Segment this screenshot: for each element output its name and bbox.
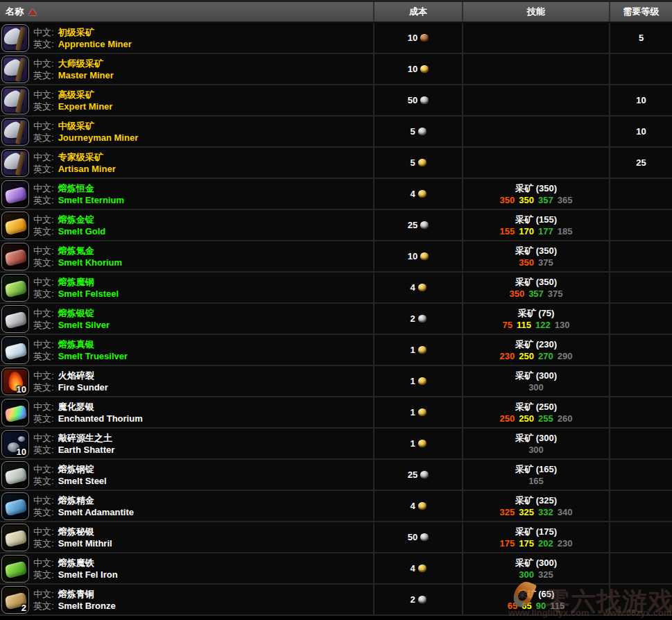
spell-name-en[interactable]: Smelt Silver (58, 320, 110, 330)
column-header-cost[interactable]: 成本 (374, 2, 463, 21)
spell-name-cn[interactable]: 熔炼魔钢 (58, 277, 94, 287)
spell-name-en[interactable]: Enchanted Thorium (58, 413, 143, 424)
skill-link[interactable]: 采矿 (155) (515, 214, 557, 225)
name-cell: 中文:熔炼恒金英文:Smelt Eternium (0, 179, 374, 209)
truesilver-bar-icon[interactable] (1, 336, 29, 364)
skill-cell: 采矿 (175)175175202230 (463, 522, 610, 552)
spell-name-cn[interactable]: 中级采矿 (58, 121, 94, 131)
mithril-bar-icon[interactable] (1, 524, 29, 551)
skill-value: 325 (500, 507, 515, 517)
mining-pick-icon[interactable] (1, 118, 29, 146)
spell-name-cn[interactable]: 魔化瑟银 (58, 402, 94, 412)
skill-link[interactable]: 采矿 (350) (515, 276, 557, 288)
spell-name-en[interactable]: Apprentice Miner (58, 39, 132, 49)
skill-link[interactable]: 采矿 (165) (515, 463, 557, 475)
spell-name-cn[interactable]: 熔炼魔铁 (58, 558, 94, 568)
spell-name-en[interactable]: Smelt Khorium (58, 257, 122, 268)
spell-name-cn[interactable]: 熔炼精金 (58, 495, 94, 506)
fire-sunder-icon[interactable]: 10 (1, 368, 29, 395)
spell-name-en[interactable]: Smelt Truesilver (58, 351, 128, 361)
spell-name-en[interactable]: Smelt Mithril (58, 538, 112, 549)
skill-link[interactable]: 采矿 (300) (515, 432, 557, 444)
skill-link[interactable]: 采矿 (230) (515, 338, 557, 350)
column-header-required-level[interactable]: 需要等级 (610, 2, 672, 21)
column-header-skill[interactable]: 技能 (463, 2, 610, 21)
spell-name-cn[interactable]: 熔炼银锭 (58, 308, 94, 318)
skill-breakpoints: 175175202230 (498, 537, 575, 549)
spell-name-en[interactable]: Master Miner (58, 70, 114, 80)
spell-name-cn[interactable]: 高级采矿 (58, 89, 94, 100)
earth-shatter-icon[interactable]: 10 (1, 430, 29, 458)
skill-link[interactable]: 采矿 (300) (515, 557, 557, 569)
cost-cell: 4 (374, 553, 463, 583)
spell-name-cn[interactable]: 专家级采矿 (58, 152, 103, 162)
steel-bar-icon[interactable] (1, 461, 29, 489)
skill-link[interactable]: 采矿 (350) (515, 182, 557, 194)
felsteel-bar-icon[interactable] (1, 274, 29, 302)
name-cell: 中文:魔化瑟银英文:Enchanted Thorium (0, 397, 374, 427)
spell-name-en[interactable]: Smelt Adamantite (58, 507, 134, 517)
spell-name-cn[interactable]: 火焰碎裂 (58, 370, 94, 381)
level-cell (610, 273, 672, 302)
skill-link[interactable]: 采矿 (250) (515, 401, 557, 413)
skill-link[interactable]: 采矿 (65) (518, 588, 555, 600)
skill-value: 300 (519, 569, 534, 580)
name-label-cn: 中文: (33, 339, 54, 350)
name-label-cn: 中文: (33, 433, 54, 443)
name-label-cn: 中文: (33, 121, 54, 131)
cost-amount: 50 (408, 532, 417, 542)
column-header-name[interactable]: 名称 (0, 2, 374, 21)
silver-coin-icon (420, 221, 429, 229)
level-cell (610, 553, 672, 583)
cost-amount: 1 (410, 345, 415, 355)
spell-name-cn[interactable]: 大师级采矿 (58, 58, 103, 69)
level-cell (610, 522, 672, 552)
skill-cell: 采矿 (350)350350357365 (463, 179, 610, 209)
cost-amount: 2 (410, 313, 415, 324)
spell-name-en[interactable]: Earth Shatter (58, 445, 115, 455)
sort-ascending-icon (28, 9, 37, 15)
spell-name-en[interactable]: Smelt Fel Iron (58, 569, 118, 580)
spell-name-cn[interactable]: 熔炼恒金 (58, 183, 94, 193)
skill-link[interactable]: 采矿 (300) (515, 370, 557, 381)
skill-link[interactable]: 采矿 (325) (515, 494, 557, 506)
spell-name-cn[interactable]: 熔炼金锭 (58, 214, 94, 225)
spell-name-cn[interactable]: 初级采矿 (58, 27, 94, 37)
spell-name-en[interactable]: Smelt Gold (58, 226, 106, 236)
silver-bar-icon[interactable] (1, 305, 29, 333)
gold-coin-icon (418, 377, 427, 385)
spell-name-cn[interactable]: 熔炼秘银 (58, 526, 94, 537)
spell-name-en[interactable]: Smelt Felsteel (58, 289, 119, 299)
mining-pick-icon[interactable] (1, 55, 29, 83)
cost-cell: 2 (374, 585, 463, 614)
khorium-bar-icon[interactable] (1, 243, 29, 270)
mining-pick-icon[interactable] (1, 87, 29, 114)
spell-name-en[interactable]: Journeyman Miner (58, 132, 139, 143)
skill-link[interactable]: 采矿 (175) (515, 526, 557, 537)
skill-link[interactable]: 采矿 (350) (515, 245, 557, 257)
rock-shape (18, 436, 25, 442)
enchanted-thorium-bar-icon[interactable] (1, 399, 29, 427)
eternium-bar-icon[interactable] (1, 180, 29, 208)
spell-name-en[interactable]: Fire Sunder (58, 382, 108, 393)
spell-name-en[interactable]: Smelt Bronze (58, 601, 116, 611)
adamantite-bar-icon[interactable] (1, 492, 29, 520)
skill-breakpoints: 250250255260 (498, 413, 575, 424)
fel-iron-bar-icon[interactable] (1, 555, 29, 583)
spell-name-cn[interactable]: 敲碎源生之土 (58, 433, 112, 443)
spell-name-en[interactable]: Artisan Miner (58, 164, 116, 174)
gold-bar-icon[interactable] (1, 212, 29, 239)
cost-amount: 4 (410, 189, 415, 199)
skill-link[interactable]: 采矿 (75) (518, 307, 555, 319)
mining-pick-icon[interactable] (1, 24, 29, 52)
spell-name-cn[interactable]: 熔炼氪金 (58, 246, 94, 256)
spell-name-en[interactable]: Expert Miner (58, 101, 113, 112)
spell-name-cn[interactable]: 熔炼青铜 (58, 589, 94, 599)
level-cell (610, 54, 672, 84)
spell-name-cn[interactable]: 熔炼真银 (58, 339, 94, 350)
spell-name-cn[interactable]: 熔炼钢锭 (58, 464, 94, 474)
spell-name-en[interactable]: Smelt Eternium (58, 195, 124, 205)
bronze-bar-icon[interactable]: 2 (1, 586, 29, 614)
mining-pick-icon[interactable] (1, 149, 29, 177)
spell-name-en[interactable]: Smelt Steel (58, 476, 107, 486)
